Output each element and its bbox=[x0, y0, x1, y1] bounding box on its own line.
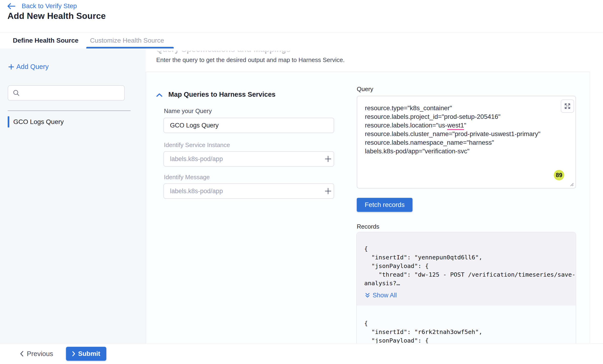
query-name-input[interactable] bbox=[163, 118, 334, 133]
identify-service-instance-label: Identify Service Instance bbox=[164, 141, 230, 149]
back-to-verify-step-link[interactable]: Back to Verify Step bbox=[7, 2, 77, 10]
show-all-link[interactable]: Show All bbox=[365, 292, 397, 299]
back-arrow-icon bbox=[7, 3, 16, 10]
map-queries-title: Map Queries to Harness Services bbox=[168, 91, 275, 98]
add-message-plus-icon[interactable] bbox=[324, 186, 333, 196]
query-mapping-card: Map Queries to Harness Services Name you… bbox=[146, 72, 590, 343]
query-search bbox=[8, 85, 125, 101]
query-line: resource.labels.project_id="prod-setup-2… bbox=[365, 112, 547, 121]
section-subtitle: Enter the query to get the desired outpu… bbox=[156, 57, 345, 64]
search-input[interactable] bbox=[8, 85, 125, 101]
query-line: resource.type="k8s_container" bbox=[365, 104, 547, 112]
query-line: labels.k8s-pod/app="verification-svc" bbox=[365, 147, 547, 155]
add-service-instance-plus-icon[interactable] bbox=[324, 154, 333, 164]
sidebar-query-item[interactable]: GCO Logs Query bbox=[8, 116, 139, 128]
query-line: resource.labels.location="us-west1" bbox=[365, 121, 547, 130]
query-line: resource.labels.namespace_name="harness" bbox=[365, 138, 547, 147]
show-all-label: Show All bbox=[373, 292, 397, 299]
tab-bar: Define Health Source Customize Health So… bbox=[0, 32, 603, 48]
content-region: Add Query GCO Logs Query Query Specifica… bbox=[0, 48, 603, 343]
collapse-section-chevron-icon[interactable] bbox=[156, 92, 163, 98]
service-instance-input[interactable] bbox=[163, 151, 334, 167]
record-json: { "insertId": "yennepun0qtd6ll6", "jsonP… bbox=[364, 244, 571, 288]
active-tab-underline bbox=[86, 47, 174, 48]
records-label: Records bbox=[357, 223, 379, 230]
page-title: Add New Health Source bbox=[7, 11, 106, 21]
fullscreen-expand-icon bbox=[564, 103, 571, 109]
back-link-label: Back to Verify Step bbox=[22, 2, 77, 10]
query-sidebar: Add Query GCO Logs Query bbox=[0, 48, 146, 343]
query-line: resource.labels.cluster_name="prod-priva… bbox=[365, 130, 547, 138]
page-header: Back to Verify Step Add New Health Sourc… bbox=[0, 0, 603, 32]
spellcheck-underline: west1 bbox=[447, 122, 464, 130]
identify-message-label: Identify Message bbox=[164, 174, 210, 181]
record-item: { "insertId": "yennepun0qtd6ll6", "jsonP… bbox=[357, 232, 576, 306]
name-query-label: Name your Query bbox=[164, 107, 212, 115]
tab-define-health-source[interactable]: Define Health Source bbox=[13, 32, 79, 49]
records-list: { "insertId": "yennepun0qtd6ll6", "jsonP… bbox=[356, 232, 576, 343]
query-editor[interactable]: resource.type="k8s_container"resource.la… bbox=[357, 96, 576, 189]
record-json: { "insertId": "r6rk2tnah3owf5eh", "jsonP… bbox=[364, 319, 571, 343]
tab-customize-health-source[interactable]: Customize Health Source bbox=[90, 32, 164, 49]
previous-label: Previous bbox=[27, 350, 53, 358]
main-panel: Query Specifications and Mappings Enter … bbox=[146, 48, 603, 343]
section-title: Query Specifications and Mappings bbox=[156, 48, 290, 54]
character-count-badge: 89 bbox=[554, 170, 564, 180]
sidebar-divider bbox=[8, 111, 131, 111]
identify-message-input[interactable] bbox=[163, 183, 334, 199]
query-label: Query bbox=[357, 86, 373, 93]
previous-button[interactable]: Previous bbox=[20, 343, 53, 364]
query-list: GCO Logs Query bbox=[8, 116, 139, 128]
fetch-records-button[interactable]: Fetch records bbox=[357, 198, 413, 212]
query-item-label: GCO Logs Query bbox=[13, 118, 64, 125]
plus-icon bbox=[8, 63, 15, 70]
submit-button[interactable]: Submit bbox=[66, 347, 106, 361]
add-query-label: Add Query bbox=[16, 63, 49, 71]
submit-label: Submit bbox=[78, 350, 100, 357]
chevron-right-icon bbox=[72, 351, 75, 357]
chevron-left-icon bbox=[20, 351, 23, 357]
search-icon bbox=[12, 89, 20, 97]
double-chevron-down-icon bbox=[365, 293, 370, 298]
add-query-button[interactable]: Add Query bbox=[8, 63, 49, 71]
selected-indicator bbox=[8, 116, 9, 127]
footer-bar: Previous Submit bbox=[0, 343, 603, 364]
expand-query-button[interactable] bbox=[561, 100, 574, 113]
resize-handle[interactable] bbox=[569, 181, 574, 186]
record-item: { "insertId": "r6rk2tnah3owf5eh", "jsonP… bbox=[357, 306, 576, 343]
